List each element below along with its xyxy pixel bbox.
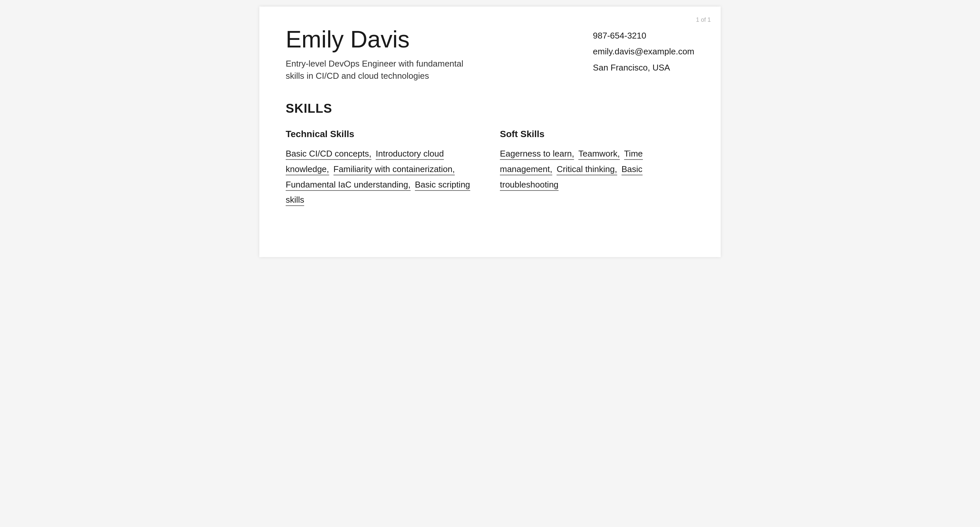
resume-page: 1 of 1 Emily Davis Entry-level DevOps En… [259,6,721,257]
soft-skills-list: Eagerness to learn, Teamwork, Time manag… [500,146,694,192]
phone-number: 987-654-3210 [593,30,694,41]
soft-skills-heading: Soft Skills [500,129,694,139]
skill-item: Basic CI/CD concepts, [286,149,371,160]
skills-section-title: SKILLS [286,102,694,116]
technical-skills-list: Basic CI/CD concepts, Introductory cloud… [286,146,480,208]
skill-item: Critical thinking, [557,164,617,175]
skill-item: Familiarity with containerization, [334,164,455,175]
candidate-name: Emily Davis [286,26,593,53]
email-address: emily.davis@example.com [593,46,694,57]
candidate-tagline: Entry-level DevOps Engineer with fundame… [286,58,484,82]
header-section: Emily Davis Entry-level DevOps Engineer … [286,26,694,82]
technical-skills-heading: Technical Skills [286,129,480,139]
header-left: Emily Davis Entry-level DevOps Engineer … [286,26,593,82]
skill-item: Teamwork, [578,149,620,160]
skills-section: SKILLS Technical Skills Basic CI/CD conc… [286,102,694,208]
skills-columns: Technical Skills Basic CI/CD concepts, I… [286,129,694,208]
skill-item: Eagerness to learn, [500,149,574,160]
page-number: 1 of 1 [696,16,711,23]
location: San Francisco, USA [593,62,694,73]
skill-item: Fundamental IaC understanding, [286,180,410,191]
header-right: 987-654-3210 emily.davis@example.com San… [593,26,694,78]
technical-skills-column: Technical Skills Basic CI/CD concepts, I… [286,129,480,208]
soft-skills-column: Soft Skills Eagerness to learn, Teamwork… [500,129,694,208]
